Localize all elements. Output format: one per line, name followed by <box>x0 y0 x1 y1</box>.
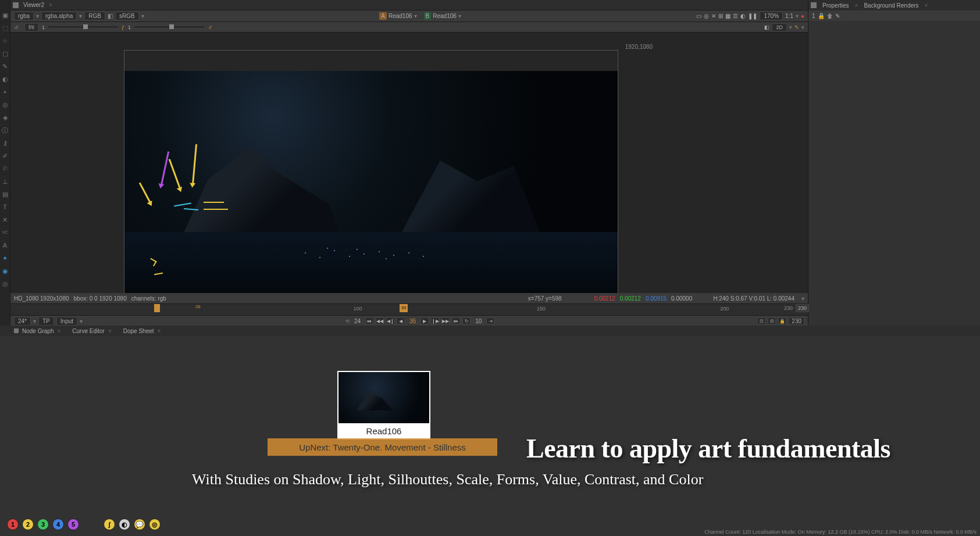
fps-jump[interactable]: 10 <box>473 318 484 324</box>
range-end[interactable]: 230 <box>796 304 809 312</box>
tool-key-icon[interactable]: ⚷ <box>2 140 9 146</box>
loop-button[interactable]: ↻ <box>462 317 471 324</box>
tab-node-graph[interactable]: Node Graph <box>22 328 54 334</box>
close-icon[interactable]: × <box>49 2 52 8</box>
action-halfmoon[interactable]: ◐ <box>119 519 130 530</box>
trash-icon[interactable]: 🗑 <box>827 13 833 19</box>
first-frame-button[interactable]: ⏮ <box>365 317 373 324</box>
tool-x-icon[interactable]: ✕ <box>2 216 9 223</box>
hist-icon[interactable]: ⊿ <box>14 24 21 31</box>
prev-frame-button[interactable]: ◀❙ <box>386 317 394 324</box>
timeline-ruler[interactable]: 28 35 100 150 200 230 230 <box>10 304 808 316</box>
brush-icon[interactable]: ✎ <box>835 13 840 19</box>
read-node[interactable]: Read106 <box>337 371 430 439</box>
tool-t-icon[interactable]: T <box>2 203 9 210</box>
last-frame-button[interactable]: ⏭ <box>452 317 460 324</box>
current-frame[interactable]: 35 <box>407 318 418 324</box>
play-back-button[interactable]: ◀ <box>397 317 405 324</box>
proxy-24-select[interactable]: 24* <box>14 317 31 326</box>
tool-flag-icon[interactable]: ⚐ <box>2 165 9 172</box>
next-key-button[interactable]: ▶▶ <box>441 317 450 324</box>
tab-dope-sheet[interactable]: Dope Sheet <box>123 328 154 334</box>
tool-lens-icon[interactable]: ◎ <box>2 101 9 108</box>
bookmark-1[interactable]: 1 <box>7 519 19 530</box>
rec-icon[interactable]: ● <box>801 13 804 19</box>
action-target[interactable]: ◎ <box>149 519 161 530</box>
gain-slider[interactable] <box>83 24 88 29</box>
wipe-toggle-icon[interactable]: ◧ <box>108 13 113 19</box>
tool-circle-icon[interactable]: ○ <box>2 37 9 44</box>
close-icon[interactable]: × <box>108 328 112 334</box>
timeline-in-handle[interactable] <box>154 304 160 312</box>
prev-key-button[interactable]: ◀◀ <box>376 317 384 324</box>
range-b-icon[interactable]: ⊟ <box>768 317 776 324</box>
close-icon[interactable]: × <box>57 328 60 334</box>
close-icon[interactable]: × <box>855 2 858 9</box>
tab-curve-editor[interactable]: Curve Editor <box>72 328 105 334</box>
next-frame-button[interactable]: ❙▶ <box>431 317 439 324</box>
frame-start[interactable]: 24 <box>352 318 363 324</box>
wipe-mode-icon[interactable]: ◧ <box>764 24 769 30</box>
gamma-slider[interactable] <box>169 24 174 29</box>
pencil-icon[interactable]: ✎ <box>794 24 799 30</box>
tool-text-icon[interactable]: A <box>2 242 9 249</box>
backdrop-node[interactable]: UpNext: Twenty-One. Movement - Stillness <box>268 438 497 456</box>
cap-icon[interactable]: ◎ <box>704 13 709 19</box>
hcap-icon[interactable]: ▭ <box>696 13 701 19</box>
tool-draw-icon[interactable]: ✎ <box>2 63 9 70</box>
tool-ring-icon[interactable]: ◎ <box>2 280 9 287</box>
tp-select[interactable]: TP <box>38 317 54 326</box>
viewer-canvas[interactable]: 1920,1080 HD_1080 <box>10 33 808 293</box>
tool-marquee-icon[interactable]: ⬚ <box>2 24 9 31</box>
bookmark-5[interactable]: 5 <box>67 519 79 530</box>
tool-vc-icon[interactable]: VC <box>2 229 9 236</box>
display-select[interactable]: RGB <box>84 12 105 20</box>
mask-icon[interactable]: ◐ <box>740 13 746 19</box>
lock-icon[interactable]: 🔒 <box>818 13 825 19</box>
alpha-select[interactable]: rgba.alpha <box>41 12 77 20</box>
buffer-a[interactable]: A Read106 ▾ <box>377 12 419 20</box>
gain-select[interactable]: f/8 <box>24 23 38 31</box>
pause-icon[interactable]: ❚❚ <box>748 13 757 19</box>
tool-axis-icon[interactable]: ⊥ <box>2 178 9 185</box>
action-curve[interactable]: ∫ <box>104 519 115 530</box>
lock-icon[interactable]: 🔒 <box>778 317 786 324</box>
zebra-icon[interactable]: ⫽ <box>208 24 213 30</box>
sync-icon[interactable]: ⟲ <box>345 319 350 324</box>
channel-select[interactable]: rgba <box>14 12 34 20</box>
tool-star-icon[interactable]: ✦ <box>2 255 9 262</box>
range-end2[interactable]: 230 <box>789 317 804 325</box>
buffer-b[interactable]: B Read106 ▾ <box>422 12 464 20</box>
viewer-tab-label[interactable]: Viewer2 <box>23 2 44 8</box>
proxy-icon[interactable]: ▦ <box>725 13 730 19</box>
close-icon[interactable]: × <box>158 328 161 334</box>
roi-icon[interactable]: ⊞ <box>718 13 723 19</box>
tool-filter-icon[interactable]: ◈ <box>2 114 9 121</box>
view-2d[interactable]: 2D <box>772 23 787 31</box>
tool-crop-icon[interactable]: ▢ <box>2 50 9 57</box>
tab-properties[interactable]: Properties <box>822 2 849 9</box>
tool-camera-icon[interactable]: ▤ <box>2 191 9 198</box>
tool-brush-icon[interactable]: ✐ <box>2 152 9 159</box>
guides-icon[interactable]: ☰ <box>733 13 738 19</box>
close-icon[interactable]: × <box>924 2 928 9</box>
tool-info-icon[interactable]: ⓘ <box>2 127 9 134</box>
bookmark-3[interactable]: 3 <box>37 519 49 530</box>
timeline-marker[interactable]: 28 <box>194 304 202 312</box>
timeline-playhead[interactable]: 35 <box>400 304 408 312</box>
bookmark-4[interactable]: 4 <box>52 519 64 530</box>
tab-bg-renders[interactable]: Background Renders <box>864 2 918 9</box>
gamma-toggle-icon[interactable]: ƒ <box>122 24 124 30</box>
tool-plus-icon[interactable]: + <box>2 88 9 95</box>
tool-select-icon[interactable]: ▣ <box>2 12 9 19</box>
range-a-icon[interactable]: ⊡ <box>757 317 765 324</box>
lut-select[interactable]: sRGB <box>115 12 139 20</box>
zoom-label[interactable]: 170% <box>760 12 783 20</box>
dropdown-icon[interactable]: ▾ <box>801 295 804 302</box>
play-button[interactable]: ▶ <box>420 317 429 324</box>
clip-icon[interactable]: ✕ <box>711 13 716 19</box>
step-button[interactable]: ⇥ <box>486 317 494 324</box>
action-chat[interactable]: 💬 <box>134 519 145 530</box>
tool-globe-icon[interactable]: ◉ <box>2 267 9 274</box>
bookmark-2[interactable]: 2 <box>22 519 34 530</box>
